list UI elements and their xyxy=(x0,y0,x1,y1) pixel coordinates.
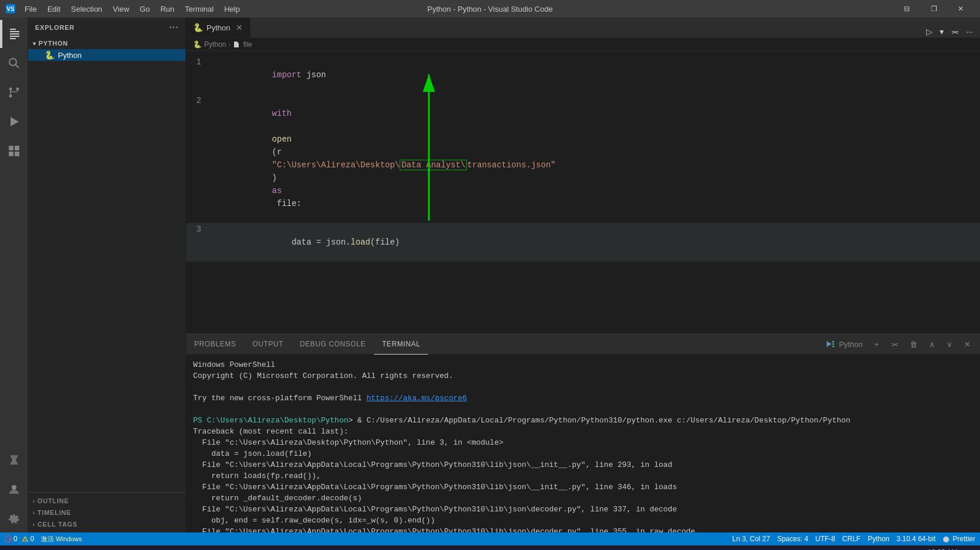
activity-bar xyxy=(0,18,28,532)
svg-rect-4 xyxy=(10,38,16,39)
svg-marker-10 xyxy=(11,117,19,126)
line-ending-indicator[interactable]: CRLF xyxy=(843,535,861,543)
pycharm-taskbar-app[interactable]: 🐍 xyxy=(352,546,378,551)
breadcrumb-separator: › xyxy=(228,40,231,49)
terminal-line: File "C:\Users\Alireza\AppData\Local\Pro… xyxy=(193,459,973,470)
python-section-header[interactable]: ▾ PYTHON xyxy=(28,37,185,49)
svg-rect-2 xyxy=(10,33,19,35)
line-number-2: 2 xyxy=(186,94,211,107)
menu-terminal[interactable]: Terminal xyxy=(180,4,218,15)
add-terminal-button[interactable]: + xyxy=(869,339,883,350)
terminal-line: Copyright (C) Microsoft Corporation. All… xyxy=(193,370,973,381)
svg-point-8 xyxy=(16,88,19,91)
code-editor[interactable]: 1 import json 2 with open (r "C:\Users\A… xyxy=(186,51,980,334)
run-button[interactable]: ▷ xyxy=(924,26,935,37)
start-button[interactable] xyxy=(2,546,28,551)
menu-help[interactable]: Help xyxy=(219,4,245,15)
svg-rect-14 xyxy=(15,152,19,156)
minimize-button[interactable]: ⊟ xyxy=(893,0,920,18)
breadcrumb-icon: 🐍 xyxy=(193,40,202,49)
menu-go[interactable]: Go xyxy=(135,4,154,15)
acrobat-taskbar-app[interactable]: A xyxy=(460,546,486,551)
terminal-tab[interactable]: TERMINAL xyxy=(374,334,428,355)
statusbar-right: Ln 3, Col 27 Spaces: 4 UTF-8 CRLF Python… xyxy=(732,535,975,543)
prettier-indicator[interactable]: Prettier xyxy=(943,535,975,543)
main-area: EXPLORER ··· ▾ PYTHON 🐍 Python › OUTLINE… xyxy=(0,18,980,532)
panel-tabs: PROBLEMS OUTPUT DEBUG CONSOLE TERMINAL P… xyxy=(186,334,980,355)
maximize-button[interactable]: ❐ xyxy=(920,0,947,18)
line-content-1: import json xyxy=(211,56,980,94)
problems-tab[interactable]: PROBLEMS xyxy=(186,334,245,355)
tab-python-icon: 🐍 xyxy=(193,23,203,32)
whatsapp-taskbar-app[interactable]: 💬 xyxy=(325,546,351,551)
taskbar-apps: 📁 ☁ 💬 🐍 X N A xyxy=(218,546,486,551)
tab-close-button[interactable]: ✕ xyxy=(236,23,243,32)
svg-point-7 xyxy=(9,88,12,91)
menu-selection[interactable]: Selection xyxy=(66,4,106,15)
run-debug-activity-icon[interactable] xyxy=(0,108,28,136)
split-terminal-button[interactable]: ⫘ xyxy=(886,339,903,350)
search-activity-icon[interactable] xyxy=(0,49,28,77)
editor-area: 🐍 Python ✕ ▷ ▾ ⫘ ··· 🐍 Python › file xyxy=(186,18,980,532)
errors-indicator[interactable]: ✕ 0 ! 0 xyxy=(5,535,34,543)
editor-terminal-container: 1 import json 2 with open (r "C:\Users\A… xyxy=(186,51,980,532)
timeline-label: TIMELINE xyxy=(37,509,71,516)
account-activity-icon[interactable] xyxy=(0,475,28,503)
file-explorer-taskbar-app[interactable]: 📁 xyxy=(218,546,243,551)
terminal-line: File "c:\Users\Alireza\Desktop\Python\Py… xyxy=(193,437,973,448)
onenote-taskbar-app[interactable]: N xyxy=(433,546,459,551)
menu-edit[interactable]: Edit xyxy=(43,4,65,15)
spaces-indicator[interactable]: Spaces: 4 xyxy=(777,535,808,543)
debug-console-tab[interactable]: DEBUG CONSOLE xyxy=(291,334,374,355)
python-file-item[interactable]: 🐍 Python xyxy=(28,49,185,61)
vscode-taskbar-app[interactable] xyxy=(379,546,405,551)
cursor-position[interactable]: Ln 3, Col 27 xyxy=(732,535,770,543)
svg-point-9 xyxy=(9,95,12,98)
chevron-right-icon-celltags: › xyxy=(33,521,35,528)
python-file-icon: 🐍 xyxy=(44,50,54,60)
menu-run[interactable]: Run xyxy=(156,4,179,15)
extensions-activity-icon[interactable] xyxy=(0,137,28,165)
terminal-output[interactable]: Windows PowerShell Copyright (C) Microso… xyxy=(186,355,980,532)
split-editor-button[interactable]: ⫘ xyxy=(948,26,961,37)
close-panel-button[interactable]: ✕ xyxy=(960,339,975,350)
svg-rect-11 xyxy=(9,146,13,150)
close-button[interactable]: ✕ xyxy=(947,0,974,18)
settings-activity-icon[interactable] xyxy=(0,504,28,532)
run-dropdown-button[interactable]: ▾ xyxy=(937,26,946,37)
taskbar-clock[interactable]: 10:33 AM 11/30/2022 xyxy=(925,548,960,550)
python-version-indicator[interactable]: 3.10.4 64-bit xyxy=(896,535,936,543)
source-control-activity-icon[interactable] xyxy=(0,78,28,106)
title-left: VS File Edit Selection View Go Run Termi… xyxy=(6,4,245,15)
window-title: Python - Python - Visual Studio Code xyxy=(427,5,552,13)
testing-activity-icon[interactable] xyxy=(0,446,28,474)
chrome-taskbar-app[interactable] xyxy=(245,546,270,551)
svg-point-15 xyxy=(12,485,16,490)
breadcrumb-python[interactable]: Python xyxy=(204,40,226,49)
sidebar-more-button[interactable]: ··· xyxy=(169,22,178,33)
excel-taskbar-app[interactable]: X xyxy=(406,546,432,551)
menu-file[interactable]: File xyxy=(20,4,42,15)
panel-up-button[interactable]: ∧ xyxy=(924,339,940,350)
svg-marker-18 xyxy=(827,341,831,347)
edge-taskbar-app[interactable] xyxy=(271,546,297,551)
python-tab[interactable]: 🐍 Python ✕ xyxy=(186,18,250,37)
explorer-activity-icon[interactable] xyxy=(0,20,28,48)
svg-rect-12 xyxy=(15,146,19,150)
vscode-logo: VS xyxy=(6,4,15,13)
panel-down-button[interactable]: ∨ xyxy=(942,339,957,350)
cell-tags-section[interactable]: › CELL TAGS xyxy=(28,518,185,530)
timeline-section[interactable]: › TIMELINE xyxy=(28,507,185,518)
output-tab[interactable]: OUTPUT xyxy=(245,334,292,355)
breadcrumb-file: file xyxy=(233,40,252,49)
kill-terminal-button[interactable]: 🗑 xyxy=(905,339,922,350)
onedrive-taskbar-app[interactable]: ☁ xyxy=(298,546,324,551)
explorer-label: EXPLORER xyxy=(35,24,75,31)
outline-section[interactable]: › OUTLINE xyxy=(28,495,185,507)
encoding-indicator[interactable]: UTF-8 xyxy=(816,535,835,543)
language-indicator[interactable]: Python xyxy=(868,535,889,543)
menu-view[interactable]: View xyxy=(108,4,134,15)
terminal-line: File "C:\Users\Alireza\AppData\Local\Pro… xyxy=(193,504,973,515)
more-actions-button[interactable]: ··· xyxy=(964,26,975,37)
status-bar: ✕ 0 ! 0 激活 Windows Ln 3, Col 27 Spaces: … xyxy=(0,532,980,545)
